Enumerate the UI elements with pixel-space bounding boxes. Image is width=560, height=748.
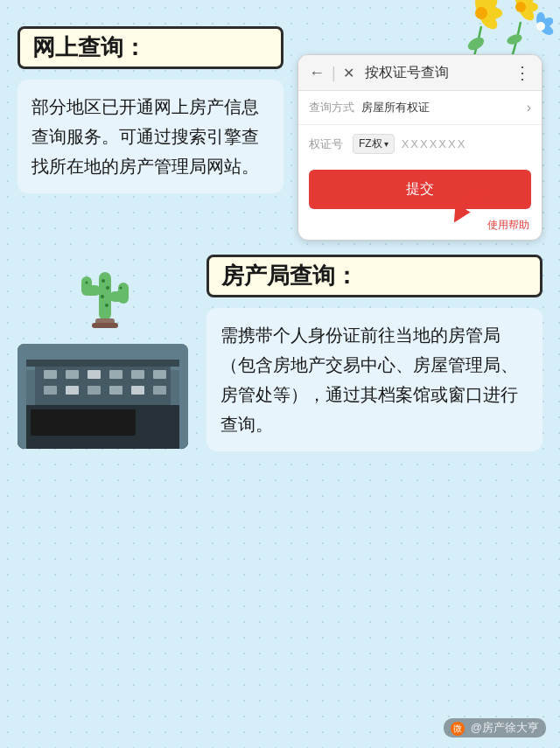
online-query-col: 网上查询： 部分地区已开通网上房产信息查询服务。可通过搜索引擎查找所在地的房产管… <box>18 26 284 241</box>
red-arrow-icon <box>445 189 494 224</box>
cert-value: XXXXXXX <box>402 137 531 150</box>
page-container: 网上查询： 部分地区已开通网上房产信息查询服务。可通过搜索引擎查找所在地的房产管… <box>0 0 560 748</box>
bottom-section: 市房产管理局 e House Property... 房产局查询： 需携带个人身… <box>18 255 542 451</box>
building-photo: 市房产管理局 e House Property... <box>18 344 188 449</box>
online-query-text: 部分地区已开通网上房产信息查询服务。可通过搜索引擎查找所在地的房产管理局网站。 <box>18 80 284 193</box>
help-link[interactable]: 使用帮助 <box>298 216 542 240</box>
menu-icon[interactable]: ⋮ <box>514 62 531 83</box>
top-section: 网上查询： 部分地区已开通网上房产信息查询服务。可通过搜索引擎查找所在地的房产管… <box>18 26 542 241</box>
online-query-badge: 网上查询： <box>18 26 284 69</box>
bureau-query-col: 房产局查询： 需携带个人身份证前往当地的房管局（包含房地产交易中心、房屋管理局、… <box>206 255 542 451</box>
cert-prefix[interactable]: FZ权 ▾ <box>353 134 395 154</box>
phone-header: ← | ✕ 按权证号查询 ⋮ <box>298 55 542 91</box>
watermark-icon: 微 <box>451 722 465 736</box>
phone-ui: ← | ✕ 按权证号查询 ⋮ 查询方式 房屋所有权证 › 权证号 FZ权 <box>298 54 542 241</box>
svg-rect-37 <box>131 370 144 379</box>
svg-rect-32 <box>26 360 179 367</box>
svg-point-25 <box>86 282 88 284</box>
phone-title: 按权证号查询 <box>365 64 507 82</box>
svg-rect-28 <box>92 323 118 328</box>
query-method-row: 查询方式 房屋所有权证 › <box>298 91 542 125</box>
back-icon[interactable]: ← <box>309 64 325 82</box>
svg-point-4 <box>475 7 487 19</box>
svg-rect-35 <box>88 370 101 379</box>
svg-point-26 <box>120 287 122 290</box>
cactus-illustration <box>66 255 144 333</box>
cert-number-row: 权证号 FZ权 ▾ XXXXXXX <box>298 125 542 163</box>
svg-rect-42 <box>109 386 122 395</box>
bureau-query-text: 需携带个人身份证前往当地的房管局（包含房地产交易中心、房屋管理局、房管处等），通… <box>206 308 542 451</box>
svg-point-24 <box>105 304 108 307</box>
svg-rect-41 <box>88 386 101 395</box>
close-icon[interactable]: ✕ <box>343 65 354 81</box>
arrow-right-icon: › <box>527 100 531 115</box>
query-method-label: 查询方式 <box>309 100 361 115</box>
svg-point-9 <box>515 2 526 12</box>
watermark: 微 @房产徐大亨 <box>444 718 546 738</box>
divider: | <box>332 64 336 82</box>
query-method-value: 房屋所有权证 <box>361 100 527 115</box>
svg-rect-39 <box>44 386 57 395</box>
svg-rect-40 <box>66 386 79 395</box>
svg-rect-20 <box>118 283 129 304</box>
help-row: 使用帮助 <box>298 216 542 240</box>
svg-rect-33 <box>44 370 57 379</box>
svg-point-21 <box>102 279 105 283</box>
svg-rect-18 <box>81 276 92 296</box>
svg-point-22 <box>106 286 109 290</box>
bureau-query-badge: 房产局查询： <box>206 255 542 297</box>
svg-rect-46 <box>31 409 136 436</box>
svg-rect-43 <box>131 386 144 395</box>
svg-rect-44 <box>153 386 166 395</box>
svg-rect-34 <box>66 370 79 379</box>
watermark-text: @房产徐大亨 <box>471 721 539 734</box>
bottom-left-col: 市房产管理局 e House Property... <box>18 255 192 449</box>
phone-mockup-col: ← | ✕ 按权证号查询 ⋮ 查询方式 房屋所有权证 › 权证号 FZ权 <box>298 26 542 241</box>
svg-point-23 <box>101 295 104 298</box>
submit-button[interactable]: 提交 <box>309 170 531 209</box>
svg-rect-38 <box>153 370 166 379</box>
svg-point-15 <box>536 22 545 31</box>
cert-label: 权证号 <box>309 136 353 152</box>
svg-rect-36 <box>109 370 122 379</box>
